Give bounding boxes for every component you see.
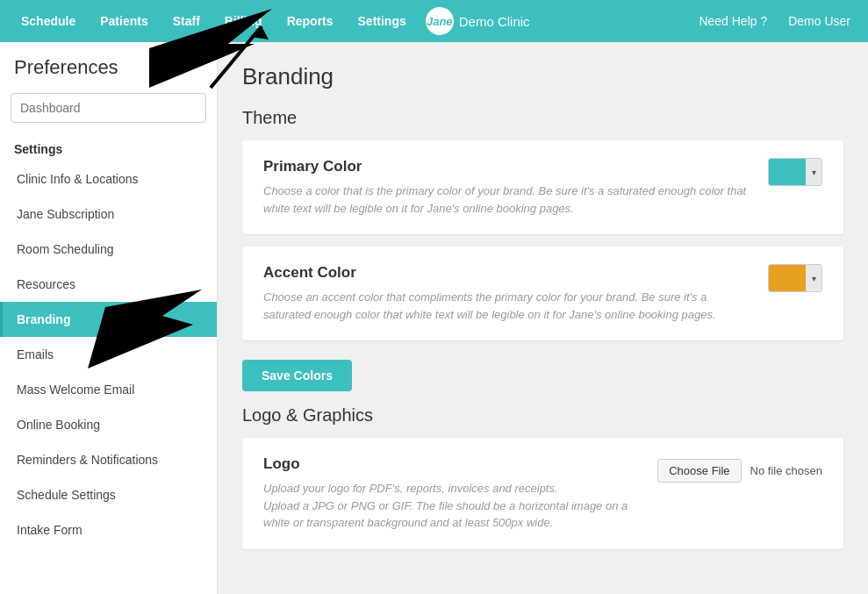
- page-title: Branding: [242, 63, 843, 90]
- sidebar-item-clinic-info[interactable]: Clinic Info & Locations: [0, 161, 217, 197]
- sidebar-item-intake-form[interactable]: Intake Form: [0, 512, 217, 547]
- logo-card: Logo Upload your logo for PDF's, reports…: [242, 438, 843, 549]
- accent-color-card: Accent Color Choose an accent color that…: [242, 247, 843, 340]
- accent-color-dropdown-arrow[interactable]: ▾: [806, 264, 821, 292]
- accent-color-row: Accent Color Choose an accent color that…: [263, 264, 822, 323]
- accent-color-text: Accent Color Choose an accent color that…: [263, 264, 755, 323]
- nav-reports[interactable]: Reports: [276, 9, 344, 33]
- nav-billing[interactable]: Billing: [214, 9, 273, 33]
- logo-text-area: Logo Upload your logo for PDF's, reports…: [263, 455, 628, 532]
- save-colors-button[interactable]: Save Colors: [242, 360, 352, 391]
- clinic-name: Demo Clinic: [459, 14, 530, 29]
- sidebar-item-branding[interactable]: Branding: [0, 302, 217, 337]
- accent-color-swatch: [769, 264, 806, 292]
- accent-color-desc: Choose an accent color that compliments …: [263, 289, 755, 323]
- sidebar-search-area: [11, 93, 206, 123]
- file-input-area: Choose File No file chosen: [657, 459, 822, 483]
- sidebar-item-mass-welcome-email[interactable]: Mass Welcome Email: [0, 372, 217, 407]
- nav-patients[interactable]: Patients: [90, 9, 158, 33]
- top-nav: Schedule Patients Staff Billing Reports …: [0, 0, 868, 42]
- logo-section-title: Logo & Graphics: [242, 405, 843, 426]
- no-file-text: No file chosen: [750, 464, 822, 477]
- sidebar-item-resources[interactable]: Resources: [0, 267, 217, 302]
- primary-color-row: Primary Color Choose a color that is the…: [263, 158, 822, 217]
- nav-staff[interactable]: Staff: [162, 9, 211, 33]
- choose-file-button[interactable]: Choose File: [657, 459, 741, 483]
- accent-color-picker[interactable]: ▾: [768, 264, 822, 292]
- nav-links: Schedule Patients Staff Billing Reports …: [11, 9, 417, 33]
- nav-settings[interactable]: Settings: [348, 9, 417, 33]
- logo-desc: Upload your logo for PDF's, reports, inv…: [263, 480, 628, 532]
- user-menu[interactable]: Demo User: [781, 11, 857, 32]
- primary-color-desc: Choose a color that is the primary color…: [263, 182, 755, 217]
- layout: Preferences Settings Clinic Info & Locat…: [0, 42, 868, 594]
- sidebar-search-input[interactable]: [11, 93, 206, 123]
- main-content: Branding Theme Primary Color Choose a co…: [218, 42, 868, 594]
- theme-section-title: Theme: [242, 108, 843, 128]
- logo-badge: Jane: [426, 7, 454, 35]
- sidebar-item-jane-subscription[interactable]: Jane Subscription: [0, 197, 217, 232]
- help-link[interactable]: Need Help ?: [692, 11, 774, 32]
- primary-color-picker[interactable]: ▾: [768, 158, 822, 186]
- primary-color-label: Primary Color: [263, 158, 755, 175]
- logo-label: Logo: [263, 455, 628, 473]
- accent-color-label: Accent Color: [263, 264, 755, 282]
- sidebar-item-room-scheduling[interactable]: Room Scheduling: [0, 232, 217, 267]
- sidebar-item-reminders-notifications[interactable]: Reminders & Notifications: [0, 442, 217, 477]
- nav-schedule[interactable]: Schedule: [11, 9, 86, 33]
- sidebar-header: Preferences: [0, 42, 217, 93]
- right-links: Need Help ? Demo User: [692, 11, 857, 32]
- sidebar-item-emails[interactable]: Emails: [0, 337, 217, 372]
- sidebar-item-schedule-settings[interactable]: Schedule Settings: [0, 477, 217, 512]
- logo-area: Jane Demo Clinic: [426, 7, 530, 35]
- primary-color-text: Primary Color Choose a color that is the…: [263, 158, 755, 217]
- primary-color-dropdown-arrow[interactable]: ▾: [806, 158, 821, 186]
- sidebar-item-online-booking[interactable]: Online Booking: [0, 407, 217, 442]
- primary-color-card: Primary Color Choose a color that is the…: [242, 140, 843, 234]
- sidebar-section-label: Settings: [0, 133, 217, 161]
- sidebar: Preferences Settings Clinic Info & Locat…: [0, 42, 218, 594]
- primary-color-swatch: [769, 158, 806, 186]
- logo-card-row: Logo Upload your logo for PDF's, reports…: [263, 455, 822, 532]
